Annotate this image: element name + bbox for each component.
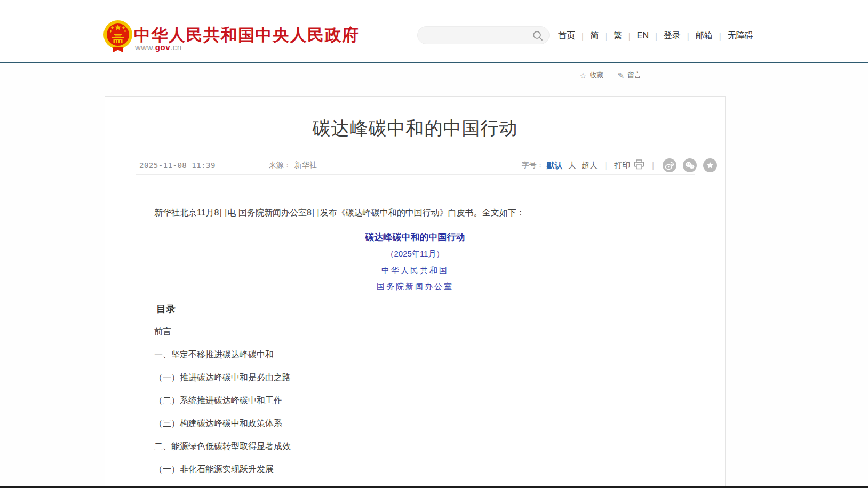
favorite-button[interactable]: ☆ 收藏	[579, 70, 603, 80]
nav-traditional[interactable]: 繁	[613, 30, 623, 42]
toc-item-1-2: （二）系统推进碳达峰碳中和工作	[137, 394, 693, 407]
source-value[interactable]: 新华社	[294, 161, 317, 170]
nav-home[interactable]: 首页	[558, 30, 576, 42]
share-more-button[interactable]	[703, 158, 717, 172]
meta-separator: |	[605, 161, 607, 170]
nav-separator: |	[687, 31, 689, 41]
fontsize-large-button[interactable]: 大	[568, 161, 576, 171]
source-label: 来源：	[269, 161, 291, 170]
print-label: 打印	[614, 161, 630, 171]
article-title: 碳达峰碳中和的中国行动	[105, 97, 725, 137]
nav-separator: |	[582, 31, 584, 41]
emblem-icon	[101, 19, 135, 53]
site-header: 中华人民共和国中央人民政府 www.gov.cn 首页 | 简 | 繁 | EN…	[0, 0, 868, 63]
article-content: 新华社北京11月8日电 国务院新闻办公室8日发布《碳达峰碳中和的中国行动》白皮书…	[137, 175, 693, 476]
fontsize-default-button[interactable]: 默认	[547, 161, 563, 171]
page-actions: ☆ 收藏 ✎ 留言	[579, 70, 641, 80]
share-buttons	[663, 158, 717, 172]
top-nav: 首页 | 简 | 繁 | EN | 登录 | 邮箱 | 无障碍	[558, 29, 754, 43]
comment-label: 留言	[627, 70, 641, 80]
search-input[interactable]	[426, 27, 527, 44]
toc-item-1-1: （一）推进碳达峰碳中和是必由之路	[137, 371, 693, 384]
toc-item-1-3: （三）构建碳达峰碳中和政策体系	[137, 417, 693, 430]
toc-item-1: 一、坚定不移推进碳达峰碳中和	[137, 348, 693, 361]
toc-item-2-1: （一）非化石能源实现跃升发展	[137, 463, 693, 476]
nav-login[interactable]: 登录	[663, 30, 681, 42]
favorite-label: 收藏	[590, 70, 603, 80]
nav-accessibility[interactable]: 无障碍	[727, 30, 754, 42]
nav-mail[interactable]: 邮箱	[695, 30, 713, 42]
pencil-icon: ✎	[617, 71, 624, 79]
nav-simplified[interactable]: 简	[590, 30, 599, 42]
document-org-line1: 中华人民共和国	[137, 264, 693, 277]
site-url-gov: gov	[155, 43, 170, 52]
nav-separator: |	[719, 31, 721, 41]
wechat-icon	[683, 158, 697, 172]
article-meta-left: 2025-11-08 11:39 来源： 新华社	[139, 156, 317, 174]
star-badge-icon	[703, 158, 717, 172]
site-url: www.gov.cn	[135, 43, 182, 52]
comment-button[interactable]: ✎ 留言	[617, 70, 641, 80]
nav-separator: |	[628, 31, 631, 41]
star-outline-icon: ☆	[579, 71, 586, 79]
toc-item-2: 二、能源绿色低碳转型取得显著成效	[137, 440, 693, 453]
fontsize-xlarge-button[interactable]: 超大	[582, 161, 598, 171]
share-weibo-button[interactable]	[663, 158, 676, 172]
document-date: （2025年11月）	[137, 247, 693, 260]
document-org-line2: 国务院新闻办公室	[137, 280, 693, 293]
nav-english[interactable]: EN	[636, 31, 649, 41]
intro-paragraph: 新华社北京11月8日电 国务院新闻办公室8日发布《碳达峰碳中和的中国行动》白皮书…	[137, 206, 693, 219]
toc-item-preface: 前言	[137, 325, 693, 338]
nav-separator: |	[605, 31, 607, 41]
article-meta-tools: 字号： 默认 大 超大 | 打印 |	[522, 156, 717, 174]
printer-icon	[634, 159, 644, 171]
share-wechat-button[interactable]	[683, 158, 697, 172]
print-button[interactable]: 打印	[614, 159, 644, 171]
article-card: 碳达峰碳中和的中国行动 2025-11-08 11:39 来源： 新华社 字号：…	[105, 96, 726, 488]
document-title: 碳达峰碳中和的中国行动	[137, 231, 693, 244]
search-icon[interactable]	[532, 30, 543, 43]
search-box	[417, 26, 550, 44]
weibo-icon	[663, 158, 676, 172]
national-emblem-logo[interactable]	[101, 19, 135, 53]
fontsize-label: 字号：	[522, 161, 544, 170]
nav-separator: |	[655, 31, 657, 41]
meta-separator: |	[652, 161, 654, 170]
toc-heading: 目录	[137, 302, 693, 315]
publish-date: 2025-11-08 11:39	[139, 161, 216, 170]
